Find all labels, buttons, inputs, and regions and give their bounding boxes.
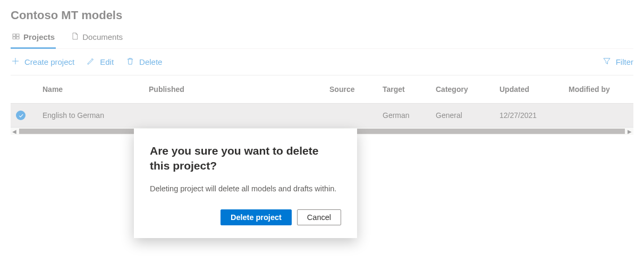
dialog-actions: Delete project Cancel	[150, 209, 341, 225]
delete-project-button[interactable]: Delete project	[221, 209, 292, 225]
dialog-body: Deleting project will delete all models …	[150, 183, 341, 195]
dialog-title: Are you sure you want to delete this pro…	[150, 143, 341, 174]
confirm-delete-dialog: Are you sure you want to delete this pro…	[134, 129, 357, 238]
cancel-button[interactable]: Cancel	[297, 209, 341, 225]
